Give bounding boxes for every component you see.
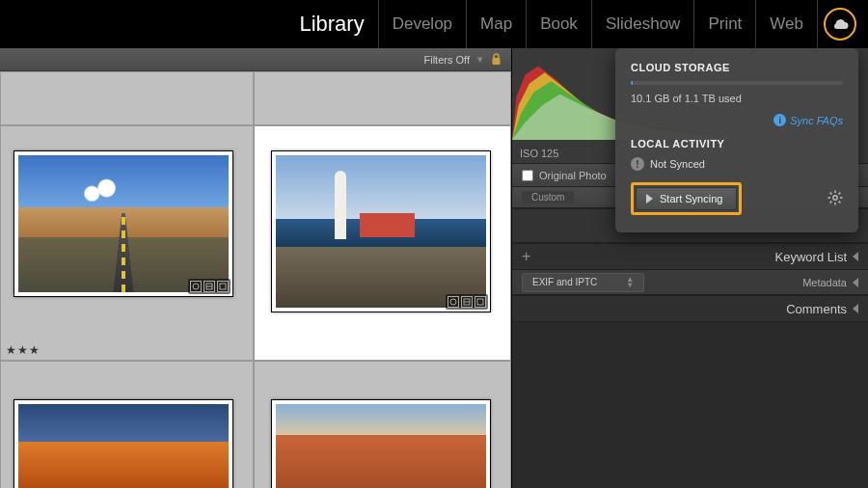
- grid-cell[interactable]: [0, 361, 254, 488]
- nav-book[interactable]: Book: [527, 0, 592, 48]
- badge-icon[interactable]: [461, 296, 473, 308]
- start-syncing-highlight: Start Syncing: [631, 182, 742, 215]
- thumbnail-image: [18, 404, 229, 488]
- module-nav: Library Develop Map Book Slideshow Print…: [0, 0, 868, 48]
- thumbnail[interactable]: [271, 150, 491, 312]
- comments-header[interactable]: Comments: [512, 295, 868, 322]
- start-syncing-label: Start Syncing: [660, 193, 722, 204]
- grid-cell[interactable]: [0, 71, 254, 125]
- thumbnail-badges: [446, 294, 488, 310]
- badge-icon[interactable]: [217, 281, 229, 292]
- nav-develop[interactable]: Develop: [379, 0, 467, 48]
- metadata-label: Metadata: [802, 277, 847, 288]
- library-grid: Filters Off ▾ ★★★: [0, 48, 511, 488]
- chevron-down-icon[interactable]: ▾: [477, 53, 483, 66]
- thumbnail[interactable]: [14, 150, 233, 297]
- cloud-icon: [830, 17, 850, 31]
- nav-slideshow[interactable]: Slideshow: [592, 0, 695, 48]
- svg-rect-3: [220, 284, 226, 289]
- cloud-sync-button[interactable]: [824, 8, 856, 41]
- comments-label: Comments: [786, 302, 847, 316]
- badge-icon[interactable]: [190, 281, 202, 292]
- sync-faqs-link[interactable]: Sync FAQs: [790, 115, 843, 126]
- grid-cell[interactable]: [254, 71, 511, 125]
- thumbnail[interactable]: [271, 399, 491, 488]
- custom-tag[interactable]: Custom: [522, 191, 574, 203]
- svg-line-15: [830, 201, 832, 203]
- thumbnail-image: [276, 155, 486, 308]
- iso-label: ISO 125: [520, 148, 558, 159]
- metadata-header[interactable]: EXIF and IPTC ▲▼ Metadata: [512, 270, 868, 295]
- svg-point-7: [833, 195, 837, 199]
- badge-icon[interactable]: [475, 296, 486, 308]
- play-icon: [646, 194, 653, 203]
- storage-usage-text: 10.1 GB of 1.1 TB used: [631, 93, 843, 104]
- cloud-popover: CLOUD STORAGE 10.1 GB of 1.1 TB used i S…: [615, 48, 858, 232]
- filter-label[interactable]: Filters Off: [424, 54, 470, 66]
- local-activity-heading: LOCAL ACTIVITY: [631, 138, 843, 149]
- badge-icon[interactable]: [203, 281, 215, 292]
- thumbnail-badges: [188, 279, 231, 294]
- sync-status-text: Not Synced: [650, 158, 705, 170]
- svg-line-13: [839, 201, 841, 203]
- collapse-arrow-icon: [853, 252, 858, 261]
- thumbnail-grid[interactable]: ★★★: [0, 71, 511, 488]
- nav-web[interactable]: Web: [756, 0, 818, 48]
- updown-icon: ▲▼: [626, 277, 634, 288]
- thumbnail[interactable]: [14, 399, 233, 488]
- filter-bar: Filters Off ▾: [0, 48, 511, 71]
- grid-cell[interactable]: [254, 361, 511, 488]
- metadata-mode-value: EXIF and IPTC: [532, 277, 597, 287]
- grid-cell[interactable]: ★★★: [0, 125, 254, 361]
- gear-icon[interactable]: [827, 190, 843, 208]
- badge-icon[interactable]: [448, 296, 459, 308]
- thumbnail-image: [18, 155, 229, 292]
- nav-map[interactable]: Map: [467, 0, 527, 48]
- cloud-storage-heading: CLOUD STORAGE: [631, 62, 843, 73]
- info-icon: i: [773, 114, 786, 126]
- svg-line-14: [839, 192, 841, 194]
- svg-rect-6: [477, 299, 483, 305]
- plus-icon[interactable]: +: [522, 248, 530, 265]
- alert-icon: !: [631, 157, 644, 171]
- thumbnail-image: [276, 404, 486, 488]
- svg-point-1: [193, 284, 199, 289]
- panel-spacer: [512, 322, 868, 488]
- metadata-mode-dropdown[interactable]: EXIF and IPTC ▲▼: [522, 273, 644, 292]
- original-photo-label: Original Photo: [539, 170, 607, 181]
- grid-cell-selected[interactable]: [254, 125, 511, 361]
- rating-stars[interactable]: ★★★: [6, 343, 41, 357]
- nav-print[interactable]: Print: [694, 0, 756, 48]
- storage-usage-bar: [631, 81, 843, 85]
- collapse-arrow-icon: [853, 278, 858, 287]
- svg-point-4: [450, 299, 456, 305]
- svg-rect-0: [493, 58, 501, 65]
- collapse-arrow-icon: [853, 304, 858, 313]
- start-syncing-button[interactable]: Start Syncing: [636, 187, 737, 210]
- original-photo-checkbox[interactable]: [522, 170, 533, 181]
- nav-library[interactable]: Library: [285, 0, 378, 48]
- keyword-list-label: Keyword List: [775, 250, 847, 264]
- storage-usage-fill: [631, 81, 633, 85]
- keyword-list-header[interactable]: + Keyword List: [512, 243, 868, 270]
- svg-line-12: [830, 192, 832, 194]
- lock-icon[interactable]: [491, 53, 502, 66]
